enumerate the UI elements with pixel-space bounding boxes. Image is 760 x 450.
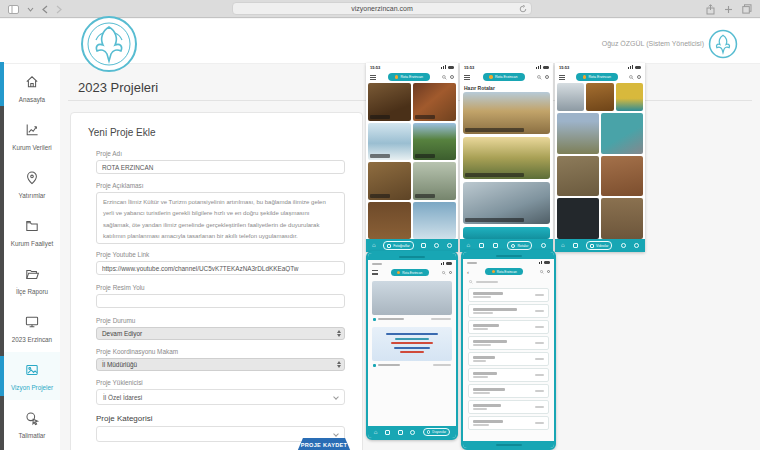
app-logo-dot <box>583 75 587 79</box>
photo-thumbnail <box>601 156 643 197</box>
sidebar-item-talimatlar[interactable]: Talimatlar <box>4 400 60 448</box>
chevron-down-icon <box>333 431 339 437</box>
list-item <box>468 336 549 350</box>
status-icons <box>628 65 641 69</box>
search-icon <box>629 75 634 80</box>
proje-aciklamasi-textarea[interactable]: Erzincan İlimiz Kültür ve Turizm potansi… <box>96 192 345 244</box>
nav-support-icon <box>447 243 452 248</box>
app-title: Rota Erzincan <box>588 75 611 79</box>
screen: vizyonerzincan.com Oğuz ÖZGÜL (Sistem <box>0 0 760 450</box>
speaker-notch <box>399 256 425 258</box>
photo-thumbnail <box>413 123 456 161</box>
phone-status-bar: 15:53 <box>555 63 645 71</box>
app-screenshot-announcements[interactable]: Rota Erzincan <box>366 251 458 440</box>
phone-status-bar <box>368 260 456 267</box>
map-pin-icon <box>24 170 40 190</box>
app-title-pill: Rota Erzincan <box>391 269 429 276</box>
proje-yuklenici-select[interactable]: İl Özel İdaresi <box>96 389 345 405</box>
sidebar-item-anasayfa[interactable]: Anasayfa <box>4 64 60 112</box>
phone-top-bezel <box>368 253 456 260</box>
proje-youtube-input[interactable] <box>96 261 345 275</box>
nav-home-icon: ⌂ <box>467 243 471 248</box>
field-label-proje-resim: Proje Resim Yolu <box>96 284 345 291</box>
proje-durumu-select[interactable]: Devam Ediyor <box>96 327 345 340</box>
scroll-indicator-top <box>0 62 4 106</box>
route-card <box>463 137 550 179</box>
app-screenshot-list[interactable]: ‹ Rota Erzincan <box>461 250 556 450</box>
app-logo-dot <box>489 75 493 79</box>
announcement-card <box>372 281 452 323</box>
chevron-down-icon[interactable] <box>27 7 34 12</box>
app-screenshot-photos[interactable]: 15:53 Rota Erzincan <box>366 63 458 252</box>
tabs-overview-icon[interactable] <box>742 4 752 14</box>
open-folder-icon <box>24 266 40 286</box>
menu-icon <box>464 75 470 80</box>
route-card <box>463 92 550 134</box>
sidebar-item-2023-erzincan[interactable]: 2023 Erzincan <box>4 304 60 352</box>
proje-yuklenici-value: İl Özel İdaresi <box>103 394 142 401</box>
url-bar[interactable]: vizyonerzincan.com <box>232 2 532 15</box>
search-icon <box>537 75 542 80</box>
proje-koordinasyon-select[interactable]: İl Müdürlüğü <box>96 358 345 371</box>
search-icon <box>442 271 446 275</box>
sidebar-item-yatirimlar[interactable]: Yatırımlar <box>4 160 60 208</box>
erzincan-valiligi-logo[interactable] <box>80 15 138 73</box>
list-item <box>468 288 549 302</box>
form-title: Yeni Proje Ekle <box>88 127 346 138</box>
nav-routes-icon <box>410 430 415 435</box>
new-project-form-card: Yeni Proje Ekle Proje Adı Proje Açıklama… <box>70 112 363 450</box>
place-list <box>463 286 554 441</box>
app-title: Rota Erzincan <box>495 75 518 79</box>
search-placeholder-bar <box>476 281 498 283</box>
routes-title: Hazır Rotalar <box>460 83 553 92</box>
location-icon <box>449 271 453 275</box>
location-icon <box>450 75 454 79</box>
proje-adi-input[interactable] <box>96 160 345 174</box>
sidebar-toggle-icon[interactable] <box>8 5 19 14</box>
sidebar-item-kurum-faaliyet[interactable]: Kurum Faaliyet <box>4 208 60 256</box>
field-label-proje-durumu: Proje Durumu <box>96 317 345 324</box>
app-title-pill: Rota Erzincan <box>388 73 430 81</box>
field-label-proje-aciklamasi: Proje Açıklaması <box>96 182 345 189</box>
status-time-bar <box>467 262 477 264</box>
app-screenshot-videos[interactable]: 15:53 Rota Erzincan <box>555 63 645 252</box>
list-item <box>468 416 549 430</box>
list-item <box>468 368 549 382</box>
sidebar-item-kurum-verileri[interactable]: Kurum Verileri <box>4 112 60 160</box>
field-label-proje-kategori: Proje Kategorisi <box>96 414 345 423</box>
chart-icon <box>24 122 40 142</box>
sidebar-item-label: Yatırımlar <box>19 192 46 199</box>
photo-thumbnail <box>557 156 599 197</box>
field-label-proje-adi: Proje Adı <box>96 150 345 157</box>
nav-home-icon: ⌂ <box>561 243 565 248</box>
phone-status-bar: 15:53 <box>366 63 458 71</box>
nav-photos-icon <box>573 243 578 248</box>
back-icon[interactable] <box>42 5 48 14</box>
proje-koordinasyon-value: İl Müdürlüğü <box>102 361 137 368</box>
new-tab-icon[interactable] <box>724 5 733 14</box>
header-icons <box>442 271 453 275</box>
photo-thumbnail <box>557 83 584 111</box>
photo-grid <box>366 83 458 239</box>
app-screenshot-routes[interactable]: 15:53 Rota Erzincan Hazır Rotalar ⌂ <box>460 63 553 252</box>
list-item <box>468 400 549 414</box>
monitor-icon <box>24 314 40 334</box>
forward-icon[interactable] <box>56 5 62 14</box>
sidebar-item-ilce-raporu[interactable]: İlçe Raporu <box>4 256 60 304</box>
share-icon[interactable] <box>706 4 715 15</box>
search-icon <box>442 75 447 80</box>
reload-icon[interactable] <box>519 5 527 13</box>
nav-active-photos: Fotoğraflar <box>383 241 413 250</box>
status-time: 15:53 <box>370 65 380 70</box>
app-logo-dot <box>395 75 399 79</box>
proje-durumu-value: Devam Ediyor <box>102 330 142 337</box>
sidebar-item-label: Kurum Faaliyet <box>11 240 53 247</box>
photo-thumbnail <box>368 123 411 161</box>
save-project-button[interactable]: PROJE KAYDET <box>297 438 351 450</box>
sidebar-item-vizyon-projeler[interactable]: Vizyon Projeler <box>4 352 60 400</box>
proje-resim-input[interactable] <box>96 294 345 308</box>
field-label-proje-yuklenici: Proje Yüklenicisi <box>96 379 345 386</box>
cursor-click-icon <box>24 410 40 430</box>
logged-in-user: Oğuz ÖZGÜL (Sistem Yöneticisi) <box>602 40 704 47</box>
phone-app-header: Rota Erzincan <box>555 71 645 83</box>
